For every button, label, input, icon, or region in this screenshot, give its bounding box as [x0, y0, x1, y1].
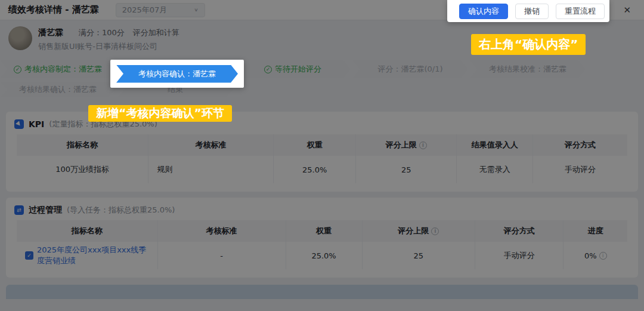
process-icon: ⇄: [14, 205, 24, 215]
col-header: 进度: [563, 220, 627, 242]
step-scoring[interactable]: 评分：潘艺霖(0/1): [352, 60, 468, 78]
col-header: 评分上限i: [362, 220, 475, 242]
process-management-section: ⇄ 过程管理 (导入任务：指标总权重25.0%) 指标名称 考核标准 权重 评分…: [6, 198, 638, 278]
period-dropdown-value: 2025年07月: [122, 5, 168, 16]
col-header: 权重: [286, 220, 362, 242]
col-header: 评分上限i: [355, 134, 456, 156]
workflow-stepper-row2: 考核结果确认：潘艺霖 结束: [0, 82, 587, 97]
step-content-define[interactable]: ✓ 考核内容制定：潘艺霖: [0, 60, 116, 78]
process-title: 过程管理: [29, 205, 62, 215]
calc-method-label: 评分加和计算: [133, 27, 179, 38]
scoring-method: 手动评分: [475, 242, 563, 269]
col-header: 考核标准: [157, 220, 286, 242]
process-table: 指标名称 考核标准 权重 评分上限i 评分方式 进度 ✓ 2025年度公司xxx…: [17, 220, 627, 278]
score-cap: 25: [362, 242, 475, 269]
col-header: 权重: [273, 134, 355, 156]
performance-review-detail-page: 绩效考核详情 - 潘艺霖 2025年07月 ∨ ✕ 潘艺霖 满分：100分 评分…: [0, 0, 644, 311]
assess-standard[interactable]: 规则: [148, 156, 273, 183]
scoring-method: 手动评分: [532, 156, 627, 183]
next-section-header: [6, 285, 638, 299]
process-table-header: 指标名称 考核标准 权重 评分上限i 评分方式 进度: [17, 220, 627, 242]
kpi-table-row: 100万业绩指标 规则 25.0% 25 无需录入 手动评分: [17, 156, 627, 183]
score-cap: 25: [355, 156, 456, 183]
avatar: [8, 26, 32, 50]
confirm-content-button[interactable]: 确认内容: [459, 4, 508, 19]
step-result-calibration[interactable]: 考核结果校准：潘艺霖: [470, 60, 586, 78]
kpi-icon: [14, 119, 24, 129]
period-dropdown[interactable]: 2025年07月 ∨: [116, 3, 205, 17]
close-icon[interactable]: ✕: [623, 5, 631, 16]
col-header: 指标名称: [17, 220, 157, 242]
info-icon[interactable]: i: [419, 141, 427, 149]
col-header: 结果值录入人: [456, 134, 532, 156]
process-table-row: ✓ 2025年度公司xxx项目xxx线季度营销业绩 - 25.0% 25 手动评…: [17, 242, 627, 269]
progress: 0%i: [563, 242, 627, 269]
user-org: 销售新版UI账号-日事清样板间公司: [38, 41, 179, 52]
kpi-table: 指标名称 考核标准 权重 评分上限i 结果值录入人 评分方式 100万业绩指标 …: [17, 134, 627, 192]
indicator-name: 100万业绩指标: [17, 156, 148, 183]
col-header: 考核标准: [148, 134, 273, 156]
check-circle-icon: ✓: [264, 66, 272, 73]
undo-button[interactable]: 撤销: [515, 4, 549, 19]
check-circle-icon: ✓: [14, 66, 21, 73]
step-content-confirm[interactable]: 考核内容确认：潘艺霖: [116, 65, 238, 83]
chevron-down-icon: ∨: [194, 7, 198, 13]
workflow-stepper-row1: ✓ 考核内容制定：潘艺霖 ✓ 等待开始评分 评分：潘艺霖(0/1) 考核结果校准…: [0, 60, 587, 78]
info-icon[interactable]: i: [431, 227, 439, 235]
col-header: 评分方式: [475, 220, 563, 242]
col-header: 指标名称: [17, 134, 148, 156]
assess-standard: -: [157, 242, 286, 269]
process-subtitle: (导入任务：指标总权重25.0%): [67, 205, 175, 215]
kpi-section: KPI (定量指标：指标总权重25.0%) 指标名称 考核标准 权重 评分上限i…: [6, 112, 638, 192]
full-score-label: 满分：100分: [79, 27, 125, 38]
step-result-confirm[interactable]: 考核结果确认：潘艺霖: [0, 82, 116, 97]
kpi-title: KPI: [29, 119, 44, 129]
callout-new-step: 新增“考核内容确认”环节: [88, 105, 232, 122]
col-header: 评分方式: [532, 134, 627, 156]
task-link[interactable]: ✓ 2025年度公司xxx项目xxx线季度营销业绩: [25, 245, 153, 266]
info-icon[interactable]: i: [599, 252, 607, 260]
task-check-icon: ✓: [25, 251, 33, 260]
weight: 25.0%: [286, 242, 362, 269]
spotlight-active-step: 考核内容确认：潘艺霖: [110, 60, 244, 88]
reset-flow-button[interactable]: 重置流程: [556, 4, 605, 19]
kpi-table-header: 指标名称 考核标准 权重 评分上限i 结果值录入人 评分方式: [17, 134, 627, 156]
step-wait-scoring[interactable]: ✓ 等待开始评分: [235, 60, 351, 78]
result-entry-person: 无需录入: [456, 156, 532, 183]
weight: 25.0%: [273, 156, 355, 183]
callout-top-right: 右上角“确认内容”: [471, 34, 586, 55]
user-name: 潘艺霖: [38, 27, 63, 38]
page-title: 绩效考核详情 - 潘艺霖: [8, 4, 99, 16]
spotlight-button-group: 确认内容 撤销 重置流程: [447, 0, 609, 22]
